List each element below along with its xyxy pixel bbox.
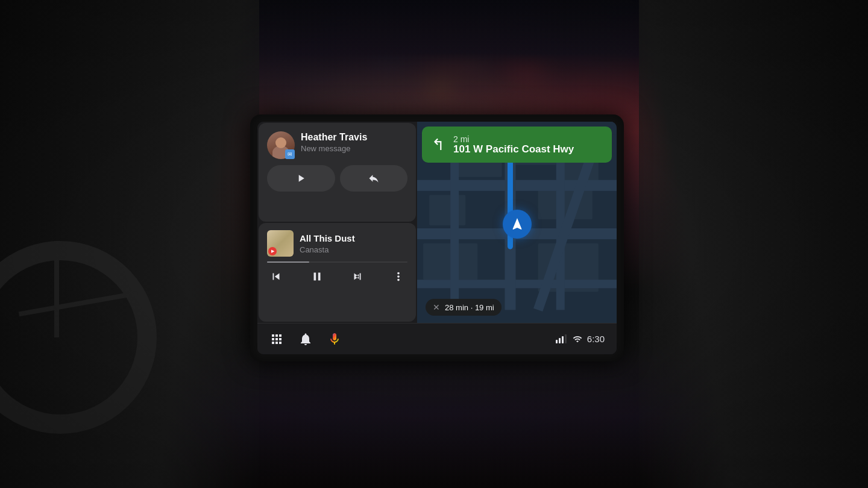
microphone-button[interactable] bbox=[327, 332, 342, 346]
notifications-button[interactable] bbox=[298, 332, 313, 346]
navigation-icon bbox=[510, 217, 524, 231]
song-title: All This Dust bbox=[300, 233, 407, 244]
cards-panel: ✉ Heather Travis New message bbox=[257, 122, 417, 323]
message-card: ✉ Heather Travis New message bbox=[259, 123, 416, 222]
left-panel bbox=[0, 0, 259, 488]
eta-badge: ✕ 28 min · 19 mi bbox=[426, 299, 502, 316]
data-icon bbox=[573, 334, 582, 344]
close-navigation-button[interactable]: ✕ bbox=[433, 302, 440, 312]
eta-text: 28 min · 19 mi bbox=[445, 303, 494, 312]
signal-bar-3 bbox=[562, 336, 564, 343]
signal-bar-1 bbox=[556, 340, 558, 343]
nav-arrow-outer bbox=[503, 210, 532, 239]
prev-track-button[interactable] bbox=[267, 267, 285, 286]
play-message-button[interactable] bbox=[267, 165, 335, 192]
pause-icon bbox=[310, 270, 324, 283]
more-vert-icon bbox=[392, 270, 405, 283]
message-badge-icon: ✉ bbox=[288, 151, 292, 157]
album-art bbox=[267, 230, 294, 257]
reply-icon bbox=[368, 172, 380, 184]
message-header: ✉ Heather Travis New message bbox=[267, 131, 407, 159]
android-auto-screen: ✉ Heather Travis New message bbox=[257, 122, 617, 354]
reply-message-button[interactable] bbox=[340, 165, 408, 192]
eta-separator: · bbox=[471, 303, 475, 312]
contact-name: Heather Travis bbox=[301, 131, 407, 143]
status-right: 6:30 bbox=[556, 334, 605, 344]
eta-time: 28 min bbox=[445, 303, 468, 312]
message-info: Heather Travis New message bbox=[301, 131, 407, 153]
music-header: All This Dust Canasta bbox=[267, 230, 407, 257]
signal-strength bbox=[556, 334, 567, 343]
skip-next-icon bbox=[351, 270, 364, 283]
notifications-icon bbox=[298, 332, 313, 346]
apps-icon bbox=[269, 332, 284, 346]
message-badge: ✉ bbox=[285, 149, 295, 159]
music-controls bbox=[267, 267, 407, 286]
turn-arrow-icon: ↰ bbox=[432, 137, 445, 152]
artist-name: Canasta bbox=[300, 245, 407, 254]
status-left bbox=[269, 332, 556, 346]
steering-wheel-spoke bbox=[54, 241, 59, 337]
status-bar: 6:30 bbox=[257, 323, 617, 354]
nav-distance-info: 2 mi 101 W Pacific Coast Hwy bbox=[453, 134, 574, 155]
screen-content: ✉ Heather Travis New message bbox=[257, 122, 617, 323]
eta-distance: 19 mi bbox=[475, 303, 494, 312]
message-label: New message bbox=[301, 144, 407, 153]
youtube-music-badge bbox=[268, 247, 277, 255]
screen-surround: ✉ Heather Travis New message bbox=[250, 114, 624, 361]
play-icon bbox=[295, 172, 307, 184]
map-panel: ↰ 2 mi 101 W Pacific Coast Hwy bbox=[417, 122, 617, 323]
signal-bar-4 bbox=[565, 334, 567, 343]
navigation-banner: ↰ 2 mi 101 W Pacific Coast Hwy bbox=[422, 127, 612, 163]
microphone-icon bbox=[327, 332, 342, 346]
street-name: 101 W Pacific Coast Hwy bbox=[453, 144, 574, 155]
pause-button[interactable] bbox=[308, 267, 326, 286]
music-card: All This Dust Canasta bbox=[259, 223, 416, 322]
clock: 6:30 bbox=[587, 334, 605, 344]
signal-bar-2 bbox=[559, 338, 561, 343]
music-info: All This Dust Canasta bbox=[300, 233, 407, 254]
message-actions bbox=[267, 165, 407, 192]
right-panel bbox=[639, 0, 868, 488]
skip-previous-icon bbox=[269, 270, 283, 283]
next-track-button[interactable] bbox=[348, 267, 366, 286]
navigation-arrow bbox=[503, 210, 532, 239]
avatar-container: ✉ bbox=[267, 131, 295, 159]
apps-button[interactable] bbox=[269, 332, 284, 346]
progress-bar-fill bbox=[267, 261, 309, 263]
progress-bar bbox=[267, 261, 407, 263]
distance-value: 2 mi bbox=[453, 134, 574, 144]
steering-wheel-outer bbox=[0, 226, 172, 449]
more-options-button[interactable] bbox=[389, 267, 407, 286]
